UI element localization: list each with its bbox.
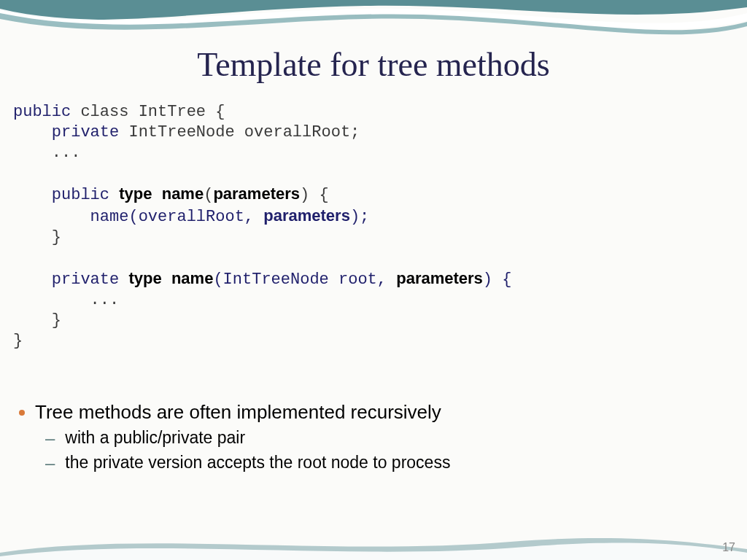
dash-icon: – [45, 453, 55, 473]
sub-bullet-item: – the private version accepts the root n… [45, 453, 719, 473]
slide-title: Template for tree methods [0, 45, 747, 84]
code-placeholder-parameters: parameters [213, 184, 300, 203]
code-text: IntTreeNode overallRoot; [119, 123, 360, 141]
bullet-list: Tree methods are often implemented recur… [19, 401, 719, 478]
code-placeholder-parameters: parameters [263, 206, 350, 225]
code-kw-private: private [13, 123, 119, 141]
code-text: ) { [300, 186, 329, 204]
code-text: } [13, 228, 61, 246]
top-wave-decoration [0, 0, 747, 51]
code-placeholder-type: type [119, 184, 152, 203]
code-placeholder-type: type [128, 269, 161, 287]
bullet-text: Tree methods are often implemented recur… [35, 401, 441, 424]
code-block: public class IntTree { private IntTreeNo… [13, 102, 511, 351]
code-placeholder-name: name [162, 184, 204, 203]
code-kw-public: public [13, 186, 119, 204]
page-number: 17 [722, 541, 735, 554]
dash-icon: – [45, 428, 55, 448]
code-text: class IntTree { [71, 103, 225, 121]
code-kw-public: public [13, 103, 71, 121]
code-text [152, 186, 161, 204]
sub-bullet-text: with a public/private pair [65, 428, 245, 448]
code-text: ... [13, 144, 80, 162]
code-text: ); [350, 208, 369, 226]
bullet-item: Tree methods are often implemented recur… [19, 401, 719, 424]
code-text: ) { [483, 271, 512, 289]
code-kw-private: private [13, 271, 128, 289]
code-placeholder-parameters: parameters [396, 269, 483, 287]
code-text: ( [204, 186, 213, 204]
code-placeholder-name: name [171, 269, 213, 287]
code-text: (IntTreeNode root, [213, 271, 396, 289]
code-text: } [13, 311, 61, 330]
code-text: } [13, 332, 23, 350]
sub-bullet-item: – with a public/private pair [45, 428, 719, 448]
bottom-wave-decoration [0, 516, 747, 560]
bullet-dot-icon [19, 410, 25, 416]
code-text: ... [13, 291, 119, 309]
code-text: name(overallRoot, [13, 208, 263, 226]
code-text [162, 271, 171, 289]
sub-bullet-text: the private version accepts the root nod… [65, 453, 450, 472]
